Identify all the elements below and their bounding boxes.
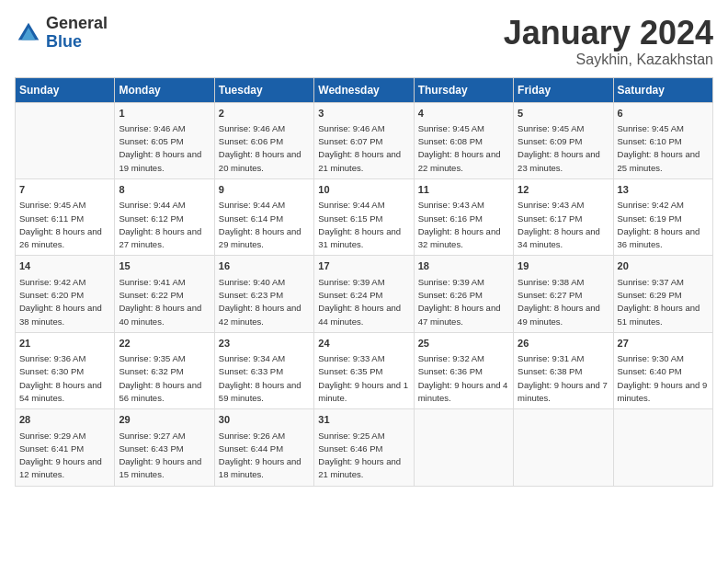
week-row-0: 1Sunrise: 9:46 AMSunset: 6:05 PMDaylight… <box>16 102 713 178</box>
header-row: Sunday Monday Tuesday Wednesday Thursday… <box>16 77 713 102</box>
day-info: Sunrise: 9:45 AMSunset: 6:08 PMDaylight:… <box>418 123 501 173</box>
col-wednesday: Wednesday <box>314 77 414 102</box>
day-info: Sunrise: 9:44 AMSunset: 6:12 PMDaylight:… <box>119 200 201 249</box>
day-info: Sunrise: 9:44 AMSunset: 6:15 PMDaylight:… <box>318 200 401 249</box>
day-info: Sunrise: 9:38 AMSunset: 6:27 PMDaylight:… <box>518 277 600 327</box>
day-info: Sunrise: 9:35 AMSunset: 6:32 PMDaylight:… <box>119 353 201 403</box>
cell-w2-d1: 15Sunrise: 9:41 AMSunset: 6:22 PMDayligh… <box>115 256 214 332</box>
cell-w3-d2: 23Sunrise: 9:34 AMSunset: 6:33 PMDayligh… <box>214 332 313 408</box>
day-info: Sunrise: 9:33 AMSunset: 6:35 PMDaylight:… <box>318 353 408 403</box>
cell-w2-d6: 20Sunrise: 9:37 AMSunset: 6:29 PMDayligh… <box>613 256 712 332</box>
day-number: 26 <box>518 337 609 350</box>
day-number: 21 <box>19 337 110 350</box>
day-number: 8 <box>119 183 210 197</box>
week-row-2: 14Sunrise: 9:42 AMSunset: 6:20 PMDayligh… <box>16 256 713 332</box>
cell-w0-d1: 1Sunrise: 9:46 AMSunset: 6:05 PMDaylight… <box>115 102 214 178</box>
cell-w2-d0: 14Sunrise: 9:42 AMSunset: 6:20 PMDayligh… <box>16 256 115 332</box>
cell-w0-d3: 3Sunrise: 9:46 AMSunset: 6:07 PMDaylight… <box>314 102 414 178</box>
day-number: 27 <box>618 337 709 350</box>
day-info: Sunrise: 9:36 AMSunset: 6:30 PMDaylight:… <box>19 353 102 403</box>
main-title: January 2024 <box>504 15 713 52</box>
day-info: Sunrise: 9:25 AMSunset: 6:46 PMDaylight:… <box>318 431 401 480</box>
cell-w4-d2: 30Sunrise: 9:26 AMSunset: 6:44 PMDayligh… <box>214 409 313 486</box>
cell-w4-d0: 28Sunrise: 9:29 AMSunset: 6:41 PMDayligh… <box>16 409 115 486</box>
cell-w1-d2: 9Sunrise: 9:44 AMSunset: 6:14 PMDaylight… <box>214 178 313 255</box>
logo-text: General Blue <box>46 15 108 52</box>
day-number: 15 <box>119 259 210 273</box>
day-number: 23 <box>219 337 310 350</box>
logo-icon <box>15 19 42 47</box>
cell-w4-d1: 29Sunrise: 9:27 AMSunset: 6:43 PMDayligh… <box>115 409 214 486</box>
day-number: 28 <box>19 413 110 427</box>
day-info: Sunrise: 9:44 AMSunset: 6:14 PMDaylight:… <box>219 200 301 249</box>
cell-w1-d4: 11Sunrise: 9:43 AMSunset: 6:16 PMDayligh… <box>414 178 513 255</box>
day-info: Sunrise: 9:46 AMSunset: 6:05 PMDaylight:… <box>119 123 201 173</box>
cell-w4-d5 <box>514 409 613 486</box>
day-info: Sunrise: 9:39 AMSunset: 6:26 PMDaylight:… <box>418 277 501 327</box>
cell-w1-d6: 13Sunrise: 9:42 AMSunset: 6:19 PMDayligh… <box>613 178 712 255</box>
cell-w2-d5: 19Sunrise: 9:38 AMSunset: 6:27 PMDayligh… <box>514 256 613 332</box>
day-number: 6 <box>618 107 709 121</box>
day-info: Sunrise: 9:37 AMSunset: 6:29 PMDaylight:… <box>618 277 700 327</box>
cell-w1-d3: 10Sunrise: 9:44 AMSunset: 6:15 PMDayligh… <box>314 178 414 255</box>
day-number: 31 <box>318 413 409 427</box>
day-info: Sunrise: 9:43 AMSunset: 6:16 PMDaylight:… <box>418 200 501 249</box>
header: General Blue January 2024 Saykhin, Kazak… <box>15 15 713 68</box>
day-info: Sunrise: 9:43 AMSunset: 6:17 PMDaylight:… <box>518 200 600 249</box>
title-block: January 2024 Saykhin, Kazakhstan <box>504 15 713 68</box>
cell-w3-d6: 27Sunrise: 9:30 AMSunset: 6:40 PMDayligh… <box>613 332 712 408</box>
day-number: 7 <box>19 183 110 197</box>
day-info: Sunrise: 9:45 AMSunset: 6:11 PMDaylight:… <box>19 200 102 249</box>
day-number: 18 <box>418 259 509 273</box>
day-info: Sunrise: 9:42 AMSunset: 6:20 PMDaylight:… <box>19 277 102 327</box>
day-info: Sunrise: 9:30 AMSunset: 6:40 PMDaylight:… <box>618 353 708 403</box>
cell-w1-d1: 8Sunrise: 9:44 AMSunset: 6:12 PMDaylight… <box>115 178 214 255</box>
day-info: Sunrise: 9:34 AMSunset: 6:33 PMDaylight:… <box>219 353 301 403</box>
cell-w1-d5: 12Sunrise: 9:43 AMSunset: 6:17 PMDayligh… <box>514 178 613 255</box>
logo: General Blue <box>15 15 108 52</box>
day-number: 19 <box>518 259 609 273</box>
day-number: 17 <box>318 259 409 273</box>
day-number: 1 <box>119 107 210 121</box>
day-info: Sunrise: 9:32 AMSunset: 6:36 PMDaylight:… <box>418 353 508 403</box>
day-info: Sunrise: 9:46 AMSunset: 6:07 PMDaylight:… <box>318 123 401 173</box>
cell-w3-d1: 22Sunrise: 9:35 AMSunset: 6:32 PMDayligh… <box>115 332 214 408</box>
cell-w0-d5: 5Sunrise: 9:45 AMSunset: 6:09 PMDaylight… <box>514 102 613 178</box>
day-number: 22 <box>119 337 210 350</box>
day-number: 29 <box>119 413 210 427</box>
day-number: 3 <box>318 107 409 121</box>
calendar-table: Sunday Monday Tuesday Wednesday Thursday… <box>15 77 713 487</box>
cell-w0-d2: 2Sunrise: 9:46 AMSunset: 6:06 PMDaylight… <box>214 102 313 178</box>
cell-w0-d6: 6Sunrise: 9:45 AMSunset: 6:10 PMDaylight… <box>613 102 712 178</box>
cell-w0-d0 <box>16 102 115 178</box>
cell-w4-d6 <box>613 409 712 486</box>
day-number: 24 <box>318 337 409 350</box>
day-info: Sunrise: 9:40 AMSunset: 6:23 PMDaylight:… <box>219 277 301 327</box>
day-info: Sunrise: 9:45 AMSunset: 6:10 PMDaylight:… <box>618 123 700 173</box>
cell-w3-d3: 24Sunrise: 9:33 AMSunset: 6:35 PMDayligh… <box>314 332 414 408</box>
day-number: 20 <box>618 259 709 273</box>
day-info: Sunrise: 9:42 AMSunset: 6:19 PMDaylight:… <box>618 200 700 249</box>
page: General Blue January 2024 Saykhin, Kazak… <box>0 0 728 563</box>
week-row-1: 7Sunrise: 9:45 AMSunset: 6:11 PMDaylight… <box>16 178 713 255</box>
day-number: 12 <box>518 183 609 197</box>
cell-w3-d0: 21Sunrise: 9:36 AMSunset: 6:30 PMDayligh… <box>16 332 115 408</box>
subtitle: Saykhin, Kazakhstan <box>504 52 713 68</box>
day-number: 2 <box>219 107 310 121</box>
day-number: 30 <box>219 413 310 427</box>
cell-w2-d4: 18Sunrise: 9:39 AMSunset: 6:26 PMDayligh… <box>414 256 513 332</box>
col-monday: Monday <box>115 77 214 102</box>
week-row-4: 28Sunrise: 9:29 AMSunset: 6:41 PMDayligh… <box>16 409 713 486</box>
cell-w1-d0: 7Sunrise: 9:45 AMSunset: 6:11 PMDaylight… <box>16 178 115 255</box>
day-info: Sunrise: 9:39 AMSunset: 6:24 PMDaylight:… <box>318 277 401 327</box>
day-info: Sunrise: 9:27 AMSunset: 6:43 PMDaylight:… <box>119 431 201 480</box>
col-saturday: Saturday <box>613 77 712 102</box>
day-number: 5 <box>518 107 609 121</box>
day-number: 14 <box>19 259 110 273</box>
day-number: 25 <box>418 337 509 350</box>
day-info: Sunrise: 9:45 AMSunset: 6:09 PMDaylight:… <box>518 123 600 173</box>
col-sunday: Sunday <box>16 77 115 102</box>
cell-w2-d2: 16Sunrise: 9:40 AMSunset: 6:23 PMDayligh… <box>214 256 313 332</box>
day-info: Sunrise: 9:31 AMSunset: 6:38 PMDaylight:… <box>518 353 608 403</box>
day-info: Sunrise: 9:29 AMSunset: 6:41 PMDaylight:… <box>19 431 102 480</box>
